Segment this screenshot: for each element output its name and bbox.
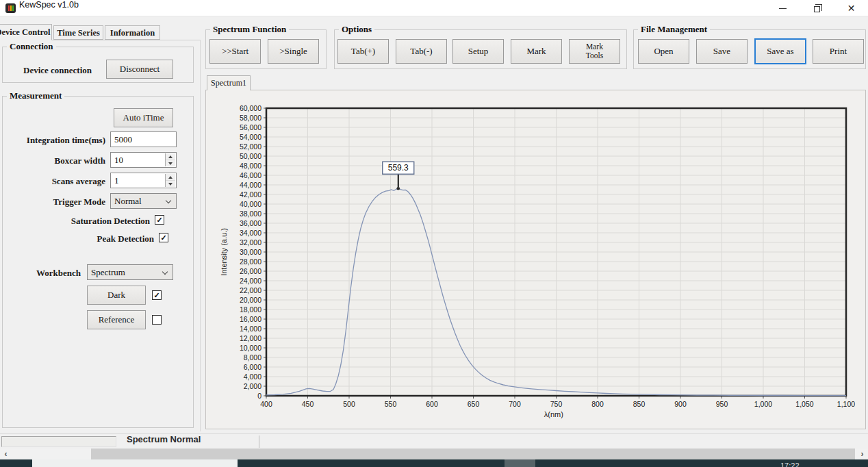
- svg-text:18,000: 18,000: [240, 305, 261, 314]
- disconnect-button[interactable]: Disconnect: [106, 60, 173, 79]
- connection-group-title: Connection: [7, 41, 56, 52]
- spin-up-icon[interactable]: [166, 174, 175, 180]
- app-window: KewSpec v1.0b ✕ Device Control Time Seri…: [0, 0, 868, 467]
- chevron-down-icon: [162, 269, 168, 275]
- svg-text:26,000: 26,000: [240, 267, 261, 275]
- taskbar-button: [505, 459, 535, 467]
- boxcar-width-value: 10: [114, 155, 123, 165]
- restore-button[interactable]: [802, 0, 832, 16]
- chevron-left-icon: ‹: [5, 449, 8, 459]
- single-button[interactable]: >Single: [268, 39, 319, 64]
- workbench-value: Spectrum: [91, 267, 125, 277]
- horizontal-scrollbar[interactable]: ‹ ›: [0, 449, 868, 459]
- svg-text:44,000: 44,000: [240, 181, 261, 189]
- mark-tools-button[interactable]: Mark Tools: [569, 39, 620, 64]
- close-button[interactable]: ✕: [836, 0, 867, 16]
- tab-minus-button[interactable]: Tab(-): [396, 39, 447, 64]
- svg-text:28,000: 28,000: [240, 257, 261, 266]
- connection-group: Connection Device connection Disconnect: [2, 47, 194, 83]
- boxcar-width-label: Boxcar width: [3, 155, 105, 166]
- svg-text:32,000: 32,000: [240, 238, 261, 247]
- measurement-group-title: Measurement: [7, 90, 64, 101]
- spin-down-icon[interactable]: [166, 160, 175, 166]
- svg-text:Intensity (a.u.): Intensity (a.u.): [220, 228, 228, 276]
- start-button[interactable]: >>Start: [209, 39, 261, 64]
- spectrum1-tab[interactable]: Spectrum1: [207, 75, 251, 90]
- scans-average-label: Scans average: [3, 176, 105, 187]
- svg-text:56,000: 56,000: [240, 123, 261, 131]
- svg-text:500: 500: [343, 400, 355, 408]
- trigger-mode-label: Trigger Mode: [3, 197, 105, 207]
- status-message: Spectrum Normal: [127, 434, 201, 449]
- sidebar-separator: [200, 40, 201, 431]
- tab-plus-button[interactable]: Tab(+): [337, 39, 389, 64]
- print-button[interactable]: Print: [813, 39, 864, 64]
- auto-itime-button[interactable]: Auto iTime: [114, 108, 173, 127]
- scroll-left-button[interactable]: ‹: [0, 449, 12, 459]
- saturation-detection-label: Saturation Detection: [3, 216, 150, 227]
- svg-text:34,000: 34,000: [240, 229, 261, 237]
- tab-device-control[interactable]: Device Control: [0, 24, 52, 40]
- svg-text:54,000: 54,000: [240, 133, 261, 141]
- integration-time-label: Integration time(ms): [3, 135, 105, 146]
- taskbar-app-segment: [32, 459, 238, 467]
- scroll-right-button[interactable]: ›: [856, 449, 868, 459]
- svg-text:1,100: 1,100: [837, 400, 855, 408]
- setup-button[interactable]: Setup: [452, 39, 504, 64]
- svg-text:24,000: 24,000: [240, 277, 261, 285]
- status-divider: [259, 436, 259, 448]
- measurement-group: Measurement Auto iTime Integration time(…: [2, 96, 194, 428]
- dark-button[interactable]: Dark: [87, 286, 146, 305]
- svg-text:46,000: 46,000: [240, 171, 261, 179]
- integration-time-input[interactable]: 5000: [110, 131, 177, 147]
- dark-checkbox[interactable]: ✓: [152, 290, 162, 300]
- trigger-mode-value: Normal: [114, 196, 142, 206]
- minimize-button[interactable]: [767, 0, 798, 16]
- spin-up-icon[interactable]: [166, 153, 175, 160]
- restore-icon: [814, 6, 820, 12]
- boxcar-spin-buttons[interactable]: [165, 153, 175, 166]
- chart-panel: 02,0004,0006,0008,00010,00012,00014,0001…: [205, 90, 866, 429]
- reference-button[interactable]: Reference: [87, 310, 146, 329]
- workbench-select[interactable]: Spectrum: [87, 264, 173, 280]
- window-title: KewSpec v1.0b: [19, 0, 79, 16]
- svg-text:800: 800: [591, 400, 604, 408]
- scrollbar-thumb[interactable]: [91, 449, 855, 459]
- spectrum-chart[interactable]: 02,0004,0006,0008,00010,00012,00014,0001…: [206, 90, 867, 430]
- reference-checkbox[interactable]: [152, 315, 162, 325]
- svg-text:16,000: 16,000: [240, 315, 261, 323]
- mark-button[interactable]: Mark: [511, 39, 562, 64]
- svg-text:750: 750: [550, 400, 563, 408]
- app-icon: [5, 3, 16, 13]
- taskbar-clock: 17:22: [780, 462, 800, 467]
- chevron-right-icon: ›: [861, 449, 864, 459]
- scans-spin-buttons[interactable]: [165, 174, 175, 187]
- workbench-label: Workbench: [3, 268, 81, 279]
- svg-text:0: 0: [257, 392, 261, 400]
- svg-text:900: 900: [674, 400, 687, 408]
- svg-text:30,000: 30,000: [240, 248, 261, 256]
- peak-detection-checkbox[interactable]: ✓: [159, 233, 168, 242]
- spin-down-icon[interactable]: [166, 180, 175, 187]
- svg-text:6,000: 6,000: [244, 363, 261, 371]
- trigger-mode-select[interactable]: Normal: [110, 193, 177, 209]
- svg-text:400: 400: [260, 400, 272, 408]
- device-connection-label: Device connection: [23, 65, 92, 76]
- save-as-button[interactable]: Save as: [754, 38, 806, 64]
- scans-average-spinner[interactable]: 1: [110, 173, 177, 188]
- svg-text:50,000: 50,000: [240, 152, 261, 160]
- boxcar-width-spinner[interactable]: 10: [110, 152, 177, 168]
- open-button[interactable]: Open: [638, 39, 689, 64]
- status-progress-box: [1, 436, 116, 447]
- svg-text:52,000: 52,000: [240, 142, 261, 151]
- svg-text:2,000: 2,000: [244, 382, 261, 390]
- tab-information[interactable]: Information: [105, 25, 160, 40]
- svg-text:36,000: 36,000: [240, 219, 261, 227]
- svg-text:40,000: 40,000: [240, 200, 261, 208]
- spectrum-function-group: Spectrum Function >>Start >Single: [205, 29, 327, 69]
- saturation-detection-checkbox[interactable]: ✓: [155, 215, 164, 225]
- svg-text:14,000: 14,000: [240, 325, 261, 333]
- file-management-group: File Management Open Save Save as Print: [633, 29, 866, 69]
- tab-time-series[interactable]: Time Series: [53, 25, 103, 40]
- save-button[interactable]: Save: [696, 39, 748, 64]
